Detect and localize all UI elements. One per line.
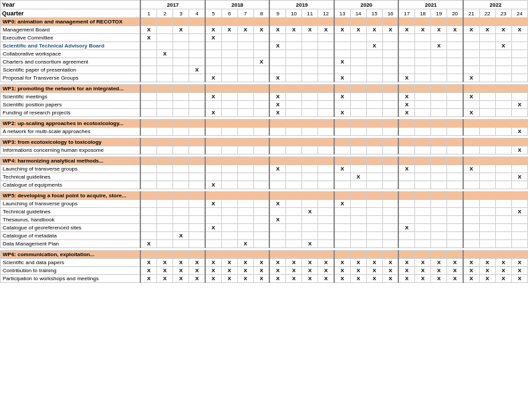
cell-q2: X xyxy=(173,267,189,275)
cell-q7 xyxy=(253,85,269,93)
cell-q23: X xyxy=(511,128,527,136)
cell-q14 xyxy=(366,128,382,136)
cell-q5 xyxy=(221,181,237,189)
cell-q0 xyxy=(140,157,156,165)
cell-q5: X xyxy=(221,275,237,283)
cell-q5 xyxy=(221,224,237,232)
cell-q2 xyxy=(173,165,189,173)
cell-q0 xyxy=(140,138,156,146)
cell-q16 xyxy=(398,66,414,74)
row-label: Collaborative workspace xyxy=(1,50,141,58)
cell-q20 xyxy=(463,232,479,240)
row-label: Launching of transverse groups xyxy=(1,165,141,173)
cell-q17 xyxy=(415,181,431,189)
cell-q6 xyxy=(237,66,253,74)
cell-q21 xyxy=(479,251,495,259)
cell-q16 xyxy=(398,128,414,136)
table-row: Scientific position papersXXX xyxy=(1,101,528,109)
cell-q22 xyxy=(495,157,511,165)
cell-q0 xyxy=(140,101,156,109)
quarter-header-5: 5 xyxy=(205,9,221,18)
cell-q19 xyxy=(447,251,463,259)
cell-q23 xyxy=(511,34,527,42)
quarter-header-22: 22 xyxy=(479,9,495,18)
cell-q18 xyxy=(431,109,447,117)
cell-q3 xyxy=(189,216,205,224)
cell-q11 xyxy=(318,85,334,93)
cell-q17 xyxy=(415,74,431,82)
table-row: Executive CommitteeXX xyxy=(1,34,528,42)
cell-q1 xyxy=(157,192,173,200)
cell-q14 xyxy=(366,192,382,200)
cell-q20 xyxy=(463,181,479,189)
cell-q17 xyxy=(415,138,431,146)
cell-q6 xyxy=(237,74,253,82)
cell-q3 xyxy=(189,42,205,50)
cell-q13 xyxy=(350,192,366,200)
cell-q6 xyxy=(237,101,253,109)
table-row: Funding of research projectsXXXXX xyxy=(1,109,528,117)
cell-q2 xyxy=(173,240,189,248)
cell-q20 xyxy=(463,85,479,93)
cell-q15 xyxy=(382,146,398,154)
cell-q3 xyxy=(189,34,205,42)
cell-q5 xyxy=(221,85,237,93)
cell-q4: X xyxy=(205,93,221,101)
cell-q16: X xyxy=(398,109,414,117)
table-row: Data Management PlanXXX xyxy=(1,240,528,248)
cell-q17 xyxy=(415,50,431,58)
cell-q12: X xyxy=(334,275,350,283)
cell-q7 xyxy=(253,42,269,50)
cell-q13 xyxy=(350,34,366,42)
cell-q9 xyxy=(286,165,302,173)
cell-q15 xyxy=(382,93,398,101)
cell-q22: X xyxy=(495,267,511,275)
cell-q21 xyxy=(479,58,495,66)
cell-q17 xyxy=(415,240,431,248)
cell-q8: X xyxy=(269,200,285,208)
cell-q10 xyxy=(302,200,318,208)
cell-q5: X xyxy=(221,259,237,267)
cell-q4: X xyxy=(205,267,221,275)
quarter-header-15: 15 xyxy=(366,9,382,18)
cell-q2: X xyxy=(173,275,189,283)
cell-q12 xyxy=(334,216,350,224)
cell-q4: X xyxy=(205,200,221,208)
cell-q8 xyxy=(269,85,285,93)
cell-q4: X xyxy=(205,34,221,42)
cell-q3 xyxy=(189,200,205,208)
cell-q8 xyxy=(269,58,285,66)
cell-q10 xyxy=(302,66,318,74)
cell-q0 xyxy=(140,58,156,66)
cell-q12: X xyxy=(334,74,350,82)
cell-q10 xyxy=(302,138,318,146)
cell-q21 xyxy=(479,101,495,109)
cell-q22 xyxy=(495,173,511,181)
row-label: Charters and consortium agreement xyxy=(1,58,141,66)
cell-q9 xyxy=(286,251,302,259)
cell-q10 xyxy=(302,224,318,232)
cell-q4 xyxy=(205,157,221,165)
cell-q8 xyxy=(269,18,285,26)
row-label: Catalogue of georeferenced sites xyxy=(1,224,141,232)
cell-q7 xyxy=(253,192,269,200)
cell-q0 xyxy=(140,200,156,208)
cell-q19 xyxy=(447,165,463,173)
cell-q16 xyxy=(398,192,414,200)
cell-q6: X xyxy=(237,240,253,248)
cell-q4 xyxy=(205,101,221,109)
cell-q8 xyxy=(269,66,285,74)
cell-q3 xyxy=(189,165,205,173)
cell-q7: X xyxy=(253,26,269,34)
cell-q1 xyxy=(157,181,173,189)
cell-q16 xyxy=(398,146,414,154)
cell-q12 xyxy=(334,240,350,248)
cell-q15: X xyxy=(382,259,398,267)
cell-q13 xyxy=(350,120,366,128)
cell-q12 xyxy=(334,192,350,200)
row-label: Management Board xyxy=(1,26,141,34)
cell-q13 xyxy=(350,58,366,66)
cell-q8 xyxy=(269,192,285,200)
cell-q1 xyxy=(157,251,173,259)
cell-q20 xyxy=(463,173,479,181)
